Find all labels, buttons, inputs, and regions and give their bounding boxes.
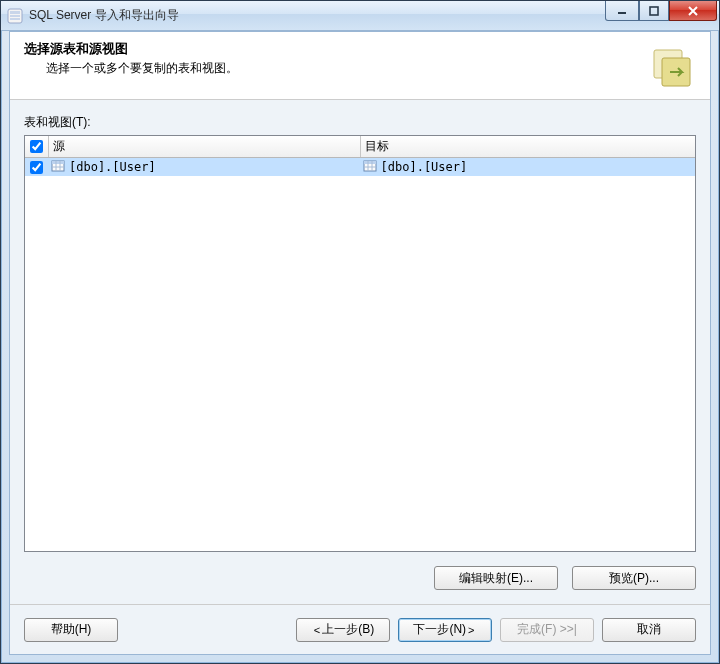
table-icon <box>51 159 65 176</box>
app-icon <box>7 8 23 24</box>
wizard-icon <box>648 44 696 92</box>
back-button[interactable]: < 上一步(B) <box>296 618 390 642</box>
maximize-button[interactable] <box>639 1 669 21</box>
tables-grid[interactable]: 源 目标 [dbo].[User][dbo].[User] <box>24 135 696 552</box>
chevron-right-icon: > <box>468 624 474 636</box>
svg-rect-5 <box>650 7 658 15</box>
table-icon <box>363 159 377 176</box>
grid-body[interactable]: [dbo].[User][dbo].[User] <box>25 158 695 551</box>
row-checkbox[interactable] <box>30 161 43 174</box>
row-check-cell[interactable] <box>25 161 49 174</box>
finish-button: 完成(F) >>| <box>500 618 594 642</box>
grid-header: 源 目标 <box>25 136 695 158</box>
row-target-cell[interactable]: [dbo].[User] <box>361 159 695 176</box>
edit-mapping-button[interactable]: 编辑映射(E)... <box>434 566 558 590</box>
client-area: 选择源表和源视图 选择一个或多个要复制的表和视图。 表和视图(T): <box>9 31 711 655</box>
column-header-target-label: 目标 <box>365 138 389 155</box>
svg-rect-14 <box>364 161 376 164</box>
column-header-source-label: 源 <box>53 138 65 155</box>
minimize-button[interactable] <box>605 1 639 21</box>
page-title: 选择源表和源视图 <box>24 40 648 58</box>
chevron-left-icon: < <box>314 624 320 636</box>
wizard-footer: 帮助(H) < 上一步(B) 下一步(N) > 完成(F) >>| 取消 <box>10 604 710 654</box>
grid-action-buttons: 编辑映射(E)... 预览(P)... <box>24 566 696 590</box>
cancel-button[interactable]: 取消 <box>602 618 696 642</box>
column-header-check[interactable] <box>25 136 49 157</box>
svg-rect-1 <box>10 11 20 14</box>
help-button[interactable]: 帮助(H) <box>24 618 118 642</box>
titlebar[interactable]: SQL Server 导入和导出向导 <box>1 1 719 31</box>
table-row[interactable]: [dbo].[User][dbo].[User] <box>25 158 695 176</box>
svg-rect-2 <box>10 15 20 17</box>
next-button[interactable]: 下一步(N) > <box>398 618 492 642</box>
window-title: SQL Server 导入和导出向导 <box>29 7 605 24</box>
wizard-body: 表和视图(T): 源 目标 [dbo].[User][dbo].[User] 编 <box>10 100 710 604</box>
svg-rect-4 <box>618 12 626 14</box>
wizard-window: SQL Server 导入和导出向导 选择源表和源视图 选择一个或多个要复制的表… <box>0 0 720 664</box>
svg-rect-3 <box>10 18 20 20</box>
select-all-checkbox[interactable] <box>30 140 43 153</box>
column-header-target[interactable]: 目标 <box>361 136 695 157</box>
row-source-text: [dbo].[User] <box>69 160 156 174</box>
close-button[interactable] <box>669 1 717 21</box>
preview-button[interactable]: 预览(P)... <box>572 566 696 590</box>
tables-label: 表和视图(T): <box>24 114 696 131</box>
row-target-text: [dbo].[User] <box>381 160 468 174</box>
next-button-label: 下一步(N) <box>413 621 466 638</box>
window-buttons <box>605 1 719 30</box>
page-subtitle: 选择一个或多个要复制的表和视图。 <box>46 60 648 77</box>
back-button-label: 上一步(B) <box>322 621 374 638</box>
column-header-source[interactable]: 源 <box>49 136 361 157</box>
svg-rect-9 <box>52 161 64 164</box>
wizard-header: 选择源表和源视图 选择一个或多个要复制的表和视图。 <box>10 32 710 100</box>
row-source-cell[interactable]: [dbo].[User] <box>49 159 361 176</box>
